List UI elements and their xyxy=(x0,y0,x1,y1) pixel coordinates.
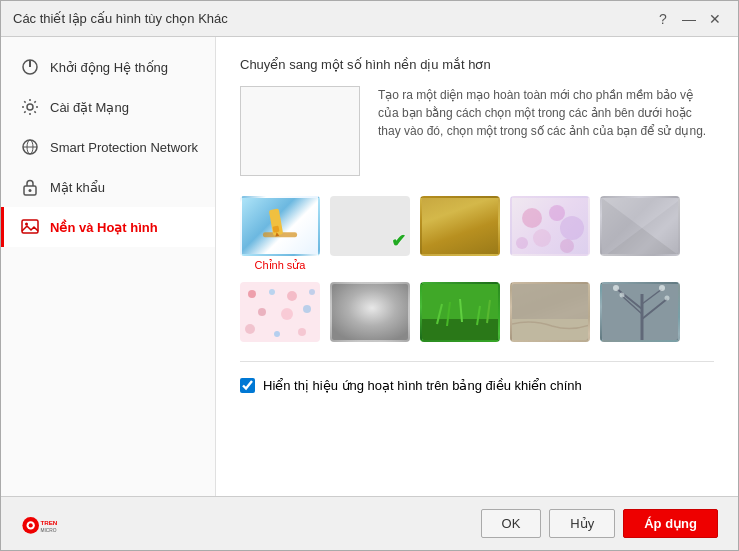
svg-point-9 xyxy=(25,223,28,226)
wallpapers-row2 xyxy=(240,282,714,345)
svg-point-31 xyxy=(245,324,255,334)
svg-rect-36 xyxy=(422,319,500,342)
svg-point-52 xyxy=(665,296,670,301)
cancel-button[interactable]: Hủy xyxy=(549,509,615,538)
wallpaper-sand[interactable] xyxy=(510,282,590,345)
image-icon xyxy=(20,217,40,237)
sidebar-label-spn: Smart Protection Network xyxy=(50,140,198,155)
preview-box xyxy=(240,86,360,176)
wallpaper-thumb-white[interactable]: ✔ xyxy=(330,196,410,256)
wallpaper-thumb-polka[interactable] xyxy=(240,282,320,342)
wallpaper-thumb-field[interactable] xyxy=(420,196,500,256)
main-window: Các thiết lập cấu hình tùy chọn Khác ? —… xyxy=(0,0,739,551)
ok-button[interactable]: OK xyxy=(481,509,542,538)
animation-label[interactable]: Hiển thị hiệu ứng hoạt hình trên bảng đi… xyxy=(263,378,582,393)
svg-point-18 xyxy=(560,239,574,253)
svg-text:MICRO: MICRO xyxy=(40,528,56,533)
svg-point-56 xyxy=(29,523,33,527)
svg-point-17 xyxy=(533,229,551,247)
svg-point-2 xyxy=(27,104,33,110)
main-content: Khởi động Hệ thống Cài đặt Mạng xyxy=(1,37,738,496)
sidebar-item-themes[interactable]: Nền và Hoạt hình xyxy=(1,207,215,247)
preview-section: Tạo ra một diện mạo hoàn toàn mới cho ph… xyxy=(240,86,714,176)
svg-point-51 xyxy=(659,285,665,291)
footer-buttons: OK Hủy Áp dụng xyxy=(481,509,718,538)
footer-logo: TREND MICRO xyxy=(21,506,57,542)
wallpaper-polka[interactable] xyxy=(240,282,320,345)
wallpaper-thumb-metal[interactable] xyxy=(330,282,410,342)
gear-icon xyxy=(20,97,40,117)
wallpaper-thumb-edit[interactable] xyxy=(240,196,320,256)
wallpaper-thumb-grass[interactable] xyxy=(420,282,500,342)
sidebar: Khởi động Hệ thống Cài đặt Mạng xyxy=(1,37,216,496)
wallpaper-geo[interactable] xyxy=(600,196,680,272)
wallpapers-row1: Chỉnh sửa ✔ xyxy=(240,196,714,272)
svg-rect-12 xyxy=(273,226,280,233)
help-button[interactable]: ? xyxy=(652,8,674,30)
svg-point-30 xyxy=(303,305,311,313)
description-text: Tạo ra một diện mạo hoàn toàn mới cho ph… xyxy=(378,86,714,176)
svg-point-24 xyxy=(248,290,256,298)
sidebar-item-network[interactable]: Cài đặt Mạng xyxy=(1,87,215,127)
wallpaper-grass[interactable] xyxy=(420,282,500,345)
section-title: Chuyển sang một số hình nền dịu mắt hơn xyxy=(240,57,714,72)
power-icon xyxy=(20,57,40,77)
svg-point-19 xyxy=(516,237,528,249)
sidebar-item-startup[interactable]: Khởi động Hệ thống xyxy=(1,47,215,87)
sidebar-label-password: Mật khẩu xyxy=(50,180,105,195)
sidebar-label-themes: Nền và Hoạt hình xyxy=(50,220,158,235)
sidebar-label-startup: Khởi động Hệ thống xyxy=(50,60,168,75)
lock-icon xyxy=(20,177,40,197)
close-button[interactable]: ✕ xyxy=(704,8,726,30)
svg-point-50 xyxy=(613,285,619,291)
wallpaper-label-edit: Chỉnh sửa xyxy=(255,259,306,272)
svg-rect-42 xyxy=(512,284,590,319)
title-bar-controls: ? — ✕ xyxy=(652,8,726,30)
svg-rect-8 xyxy=(22,220,38,233)
wallpaper-field[interactable] xyxy=(420,196,500,272)
selected-checkmark: ✔ xyxy=(391,230,406,252)
svg-point-15 xyxy=(549,205,565,221)
content-area: Chuyển sang một số hình nền dịu mắt hơn … xyxy=(216,37,738,496)
minimize-button[interactable]: — xyxy=(678,8,700,30)
sidebar-label-network: Cài đặt Mạng xyxy=(50,100,129,115)
wallpaper-thumb-sand[interactable] xyxy=(510,282,590,342)
animation-checkbox[interactable] xyxy=(240,378,255,393)
trend-micro-logo: TREND MICRO xyxy=(21,506,57,542)
svg-point-25 xyxy=(269,289,275,295)
wallpaper-edit[interactable]: Chỉnh sửa xyxy=(240,196,320,272)
wallpaper-thumb-circles[interactable] xyxy=(510,196,590,256)
svg-point-26 xyxy=(287,291,297,301)
wallpaper-thumb-branch[interactable] xyxy=(600,282,680,342)
wallpaper-white[interactable]: ✔ xyxy=(330,196,410,272)
svg-point-29 xyxy=(281,308,293,320)
sidebar-item-password[interactable]: Mật khẩu xyxy=(1,167,215,207)
sidebar-item-spn[interactable]: Smart Protection Network xyxy=(1,127,215,167)
svg-text:TREND: TREND xyxy=(40,519,57,526)
divider xyxy=(240,361,714,362)
window-title: Các thiết lập cấu hình tùy chọn Khác xyxy=(13,11,228,26)
svg-point-16 xyxy=(560,216,584,240)
svg-point-53 xyxy=(620,293,625,298)
svg-point-33 xyxy=(298,328,306,336)
svg-point-27 xyxy=(309,289,315,295)
title-bar: Các thiết lập cấu hình tùy chọn Khác ? —… xyxy=(1,1,738,37)
svg-point-14 xyxy=(522,208,542,228)
globe-icon xyxy=(20,137,40,157)
wallpaper-branch[interactable] xyxy=(600,282,680,345)
wallpaper-metal[interactable] xyxy=(330,282,410,345)
wallpaper-circles[interactable] xyxy=(510,196,590,272)
svg-rect-34 xyxy=(332,284,410,342)
apply-button[interactable]: Áp dụng xyxy=(623,509,718,538)
svg-point-28 xyxy=(258,308,266,316)
svg-point-32 xyxy=(274,331,280,337)
wallpaper-thumb-geo[interactable] xyxy=(600,196,680,256)
svg-point-7 xyxy=(29,189,32,192)
checkbox-row: Hiển thị hiệu ứng hoạt hình trên bảng đi… xyxy=(240,378,714,393)
footer: TREND MICRO OK Hủy Áp dụng xyxy=(1,496,738,550)
